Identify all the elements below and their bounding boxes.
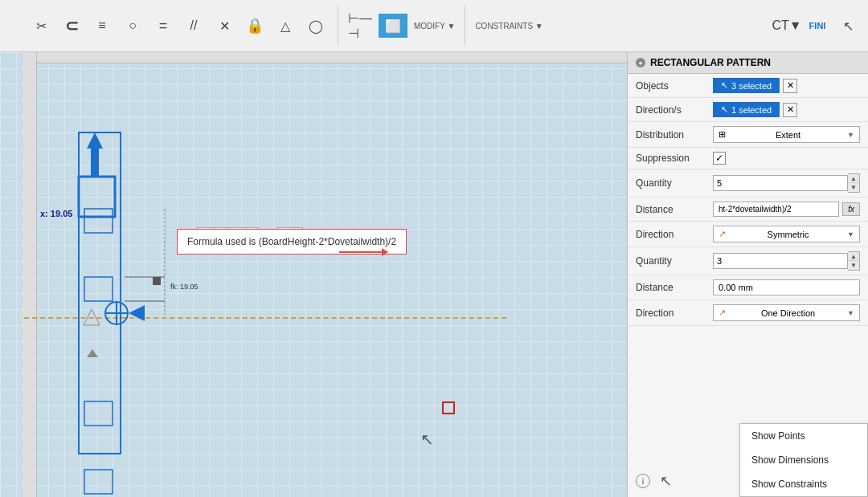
objects-selected-button[interactable]: ↖ 3 selected [713, 78, 780, 93]
cursor-pointer: ↖ [420, 430, 434, 449]
cursor-icon[interactable]: ↖ [836, 14, 860, 38]
objects-close-button[interactable]: ✕ [783, 79, 797, 93]
scatter-icon [153, 277, 161, 285]
inner-rect-4 [84, 470, 113, 494]
diagonal-lines-icon[interactable]: // [182, 14, 206, 38]
distance2-control: 0.00 mm [713, 279, 860, 295]
distance2-label: Distance [636, 282, 708, 293]
panel-title-dot: ● [636, 58, 645, 67]
highlight-icon[interactable]: ⬜ [379, 14, 407, 38]
inner-rect-3 [84, 401, 113, 426]
distance1-fx-button[interactable]: fx [842, 202, 860, 216]
panel-row-quantity2: Quantity ▲ ▼ [628, 247, 868, 275]
panel-row-direction2: Direction ↗ One Direction ▼ [628, 300, 868, 326]
direction1-control: ↗ Symmetric ▼ [713, 226, 860, 242]
lock-icon[interactable]: 🔒 [243, 14, 267, 38]
formula-text: Formula used is (BoardHeight-2*Dovetailw… [187, 236, 396, 247]
quantity1-spin-down[interactable]: ▼ [848, 183, 859, 192]
finish-icon[interactable]: FINI [805, 14, 829, 38]
ct-label[interactable]: CT▼ [775, 14, 799, 38]
suppression-checkbox[interactable]: ✓ [713, 152, 726, 165]
panel-title-text: RECTANGULAR PATTERN [650, 57, 771, 68]
panel-row-suppression: Suppression ✓ [628, 148, 868, 169]
triangle-icon[interactable]: △ [273, 14, 297, 38]
quantity1-control: ▲ ▼ [713, 173, 860, 193]
toolbar-divider-1 [338, 6, 338, 46]
panel-row-direction1: Direction ↗ Symmetric ▼ [628, 222, 868, 247]
inner-rect-2 [84, 277, 113, 301]
cursor-mini-icon2: ↖ [721, 104, 728, 115]
direction2-icon: ↗ [719, 308, 726, 318]
direction1-label: Direction [636, 229, 708, 240]
suppression-control: ✓ [713, 152, 860, 165]
scissors-icon[interactable]: ✂ [29, 14, 53, 38]
distance1-label: Distance [636, 204, 708, 215]
direction1-icon: ↗ [719, 229, 726, 239]
panel-row-quantity1: Quantity ▲ ▼ [628, 169, 868, 198]
fk-label: fk: 19.05 [170, 283, 199, 291]
quantity2-spin-up[interactable]: ▲ [848, 252, 859, 261]
quantity1-spinner[interactable]: ▲ ▼ [713, 173, 860, 193]
directions-close-button[interactable]: ✕ [783, 103, 797, 117]
distribution-label: Distribution [636, 129, 708, 141]
toolbar-right: CT▼ FINI ↖ [775, 14, 860, 38]
x-mark-icon[interactable]: ✕ [212, 14, 236, 38]
info-icon[interactable]: i [636, 474, 650, 488]
direction2-dropdown[interactable]: ↗ One Direction ▼ [713, 304, 860, 321]
panel: ● RECTANGULAR PATTERN Objects ↖ 3 select… [627, 52, 868, 497]
ruler-icon[interactable]: ⊢—⊣ [348, 14, 372, 38]
toolbar: ✂ ⊂ ≡ ○ = // ✕ 🔒 △ ◯ ⊢—⊣ ⬜ MODIFY ▼ CONS… [0, 0, 868, 52]
constraints-section: CONSTRAINTS ▼ [475, 22, 542, 31]
quantity1-spin-up[interactable]: ▲ [848, 174, 859, 183]
circle-icon[interactable]: ○ [121, 14, 145, 38]
parallel-lines-icon[interactable]: ≡ [90, 14, 114, 38]
suppression-label: Suppression [636, 153, 708, 164]
distribution-control: ⊞ Extent ▼ [713, 126, 860, 143]
quantity1-input[interactable] [713, 175, 848, 191]
menu-item-show-dimensions[interactable]: Show Dimensions [740, 448, 867, 472]
objects-control: ↖ 3 selected ✕ [713, 78, 860, 93]
c-shape-icon[interactable]: ⊂ [59, 14, 84, 38]
panel-row-distribution: Distribution ⊞ Extent ▼ [628, 122, 868, 148]
distribution-icon: ⊞ [719, 129, 726, 140]
panel-title: ● RECTANGULAR PATTERN [628, 52, 868, 74]
directions-selected-button[interactable]: ↖ 1 selected [713, 102, 780, 117]
cursor-mini-icon: ↖ [721, 80, 728, 91]
distribution-dropdown-arrow: ▼ [847, 131, 854, 139]
distribution-value: Extent [776, 130, 800, 140]
quantity2-input[interactable] [713, 253, 848, 269]
triangle-indicator [87, 349, 98, 357]
canvas-area[interactable]: x: 19.05 width ) / 2 fx ⁞ 5 ▲ ▼ Formula … [0, 52, 627, 497]
distance2-input[interactable]: 0.00 mm [713, 279, 860, 295]
objects-selected-text: 3 selected [731, 81, 772, 91]
distribution-dropdown[interactable]: ⊞ Extent ▼ [713, 126, 860, 143]
canvas-svg: fk: 19.05 [0, 52, 627, 497]
quantity1-spin-btns: ▲ ▼ [848, 173, 860, 193]
objects-label: Objects [636, 80, 708, 92]
ellipse-icon[interactable]: ◯ [304, 14, 328, 38]
quantity1-label: Quantity [636, 177, 708, 189]
arrow-up-shape [87, 132, 103, 177]
panel-row-objects: Objects ↖ 3 selected ✕ [628, 74, 868, 98]
equals-icon[interactable]: = [151, 14, 175, 38]
context-dropdown-menu: Show Points Show Dimensions Show Constra… [739, 423, 868, 497]
direction2-value: One Direction [761, 308, 815, 318]
menu-item-show-constraints[interactable]: Show Constraints [740, 472, 867, 496]
distance1-input[interactable]: ht-2*dovetailwidth)/2 [713, 202, 839, 217]
quantity2-spinner[interactable]: ▲ ▼ [713, 251, 860, 271]
panel-row-distance1: Distance ht-2*dovetailwidth)/2 fx [628, 198, 868, 222]
quantity2-spin-down[interactable]: ▼ [848, 261, 859, 270]
modify-section: MODIFY ▼ [414, 22, 455, 31]
direction2-label: Direction [636, 308, 708, 319]
directions-control: ↖ 1 selected ✕ [713, 102, 860, 117]
main-area: x: 19.05 width ) / 2 fx ⁞ 5 ▲ ▼ Formula … [0, 52, 868, 497]
constraints-label[interactable]: CONSTRAINTS ▼ [475, 22, 542, 31]
direction1-dropdown[interactable]: ↗ Symmetric ▼ [713, 226, 860, 242]
arrow-right-shape [129, 305, 145, 321]
quantity2-control: ▲ ▼ [713, 251, 860, 271]
menu-item-show-points[interactable]: Show Points [740, 424, 867, 448]
modify-label[interactable]: MODIFY ▼ [414, 22, 455, 31]
panel-row-directions: Direction/s ↖ 1 selected ✕ [628, 98, 868, 122]
panel-row-distance2: Distance 0.00 mm [628, 275, 868, 300]
directions-selected-text: 1 selected [731, 105, 772, 115]
